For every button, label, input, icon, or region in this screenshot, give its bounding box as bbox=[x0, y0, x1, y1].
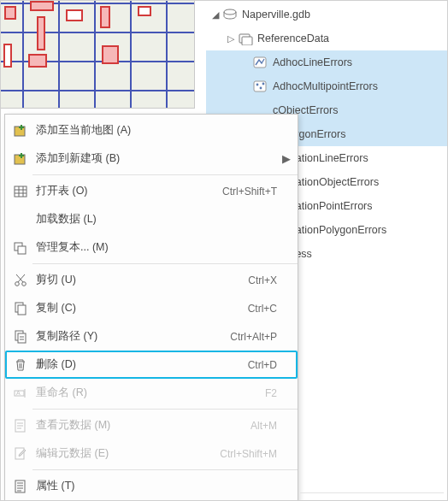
menu-item-label: 复制 (C) bbox=[36, 301, 248, 315]
table-icon bbox=[10, 184, 31, 199]
menu-item-label: 查看元数据 (M) bbox=[36, 418, 251, 433]
svg-rect-10 bbox=[15, 186, 27, 197]
svg-point-7 bbox=[262, 83, 265, 85]
tree-node-layer[interactable]: AdhocMultipointErrors bbox=[206, 74, 447, 98]
tree-node-gdb[interactable]: ◢ Naperville.gdb bbox=[206, 3, 447, 27]
menu-item-shortcut: F2 bbox=[265, 387, 277, 399]
tree-node-label: AdhocMultipointErrors bbox=[273, 80, 378, 92]
svg-point-13 bbox=[15, 281, 20, 286]
menu-item-label: 属性 (T) bbox=[36, 479, 277, 493]
disclosure-closed-icon[interactable]: ▷ bbox=[225, 33, 237, 44]
menu-item[interactable]: 管理复本... (M) bbox=[5, 233, 298, 262]
submenu-chevron-icon: ▶ bbox=[280, 152, 291, 165]
menu-item: 编辑元数据 (E)Ctrl+Shift+M bbox=[5, 439, 298, 468]
disclosure-open-icon[interactable]: ◢ bbox=[209, 9, 221, 21]
menu-item-label: 剪切 (U) bbox=[36, 273, 248, 287]
menu-item: 查看元数据 (M)Alt+M bbox=[5, 411, 298, 439]
menu-item-shortcut: Ctrl+C bbox=[248, 303, 277, 315]
menu-separator bbox=[32, 409, 298, 410]
map-new-icon bbox=[10, 151, 31, 167]
menu-item-label: 管理复本... (M) bbox=[36, 240, 277, 255]
menu-item-shortcut: Ctrl+Shift+M bbox=[220, 448, 277, 460]
props-icon bbox=[10, 479, 31, 494]
menu-separator bbox=[32, 469, 298, 470]
svg-point-0 bbox=[224, 9, 236, 15]
menu-item[interactable]: 添加到新建项 (B)▶ bbox=[5, 144, 298, 173]
svg-rect-4 bbox=[254, 81, 266, 91]
menu-item: A重命名 (R)F2 bbox=[5, 379, 298, 407]
menu-item-shortcut: Ctrl+X bbox=[248, 274, 277, 286]
trash-icon bbox=[10, 357, 31, 373]
menu-item[interactable]: 加载数据 (L) bbox=[5, 205, 298, 233]
svg-rect-3 bbox=[254, 57, 266, 68]
geodatabase-icon bbox=[221, 8, 239, 21]
menu-item-label: 加载数据 (L) bbox=[36, 212, 277, 227]
menu-item-label: 编辑元数据 (E) bbox=[36, 446, 220, 461]
svg-point-6 bbox=[260, 87, 262, 90]
svg-rect-12 bbox=[18, 246, 26, 254]
tree-node-label: Naperville.gdb bbox=[242, 9, 310, 21]
copypath-icon bbox=[10, 329, 31, 345]
cut-icon bbox=[10, 273, 31, 288]
tree-node-layer[interactable]: AdhocLineErrors bbox=[206, 50, 447, 74]
svg-point-14 bbox=[22, 281, 27, 286]
map-preview bbox=[1, 1, 195, 109]
menu-item[interactable]: 打开表 (O)Ctrl+Shift+T bbox=[5, 177, 298, 205]
menu-item[interactable]: 属性 (T) bbox=[5, 472, 298, 500]
menu-item[interactable]: 复制 (C)Ctrl+C bbox=[5, 294, 298, 322]
menu-item-shortcut: Alt+M bbox=[251, 420, 277, 432]
svg-text:A: A bbox=[16, 390, 21, 396]
menu-item-shortcut: Ctrl+Shift+T bbox=[222, 186, 277, 197]
copy-icon bbox=[10, 301, 31, 316]
menu-item-shortcut: Ctrl+D bbox=[248, 359, 277, 371]
rename-icon: A bbox=[10, 386, 31, 401]
menu-item-label: 添加到新建项 (B) bbox=[36, 151, 277, 166]
feature-class-icon bbox=[252, 56, 269, 69]
feature-dataset-icon bbox=[237, 32, 254, 45]
svg-rect-2 bbox=[242, 37, 252, 45]
tree-node-label: ReferenceData bbox=[257, 32, 329, 44]
menu-item-label: 添加至当前地图 (A) bbox=[36, 123, 277, 138]
menu-item[interactable]: 复制路径 (Y)Ctrl+Alt+P bbox=[5, 322, 298, 351]
menu-item[interactable]: 添加至当前地图 (A) bbox=[5, 116, 298, 144]
edit-meta-icon bbox=[10, 446, 31, 462]
menu-item-label: 打开表 (O) bbox=[36, 184, 222, 198]
tree-node-dataset[interactable]: ▷ ReferenceData bbox=[206, 27, 447, 50]
menu-item-label: 删除 (D) bbox=[36, 357, 248, 372]
view-meta-icon bbox=[10, 418, 31, 433]
context-menu: 添加至当前地图 (A)添加到新建项 (B)▶打开表 (O)Ctrl+Shift+… bbox=[4, 114, 298, 501]
svg-point-5 bbox=[256, 84, 259, 86]
map-add-icon bbox=[10, 123, 31, 139]
menu-item-label: 重命名 (R) bbox=[36, 386, 265, 400]
menu-separator bbox=[32, 174, 298, 175]
tree-node-label: AdhocLineErrors bbox=[273, 56, 352, 68]
replica-icon bbox=[10, 240, 31, 256]
feature-class-icon bbox=[252, 80, 269, 93]
menu-item[interactable]: 剪切 (U)Ctrl+X bbox=[5, 266, 298, 294]
menu-item-label: 复制路径 (Y) bbox=[36, 329, 230, 344]
svg-rect-18 bbox=[18, 333, 26, 343]
menu-item[interactable]: 删除 (D)Ctrl+D bbox=[5, 351, 298, 379]
menu-item-shortcut: Ctrl+Alt+P bbox=[230, 331, 277, 343]
svg-rect-16 bbox=[18, 305, 26, 315]
divider bbox=[300, 492, 444, 493]
menu-separator bbox=[32, 263, 298, 264]
